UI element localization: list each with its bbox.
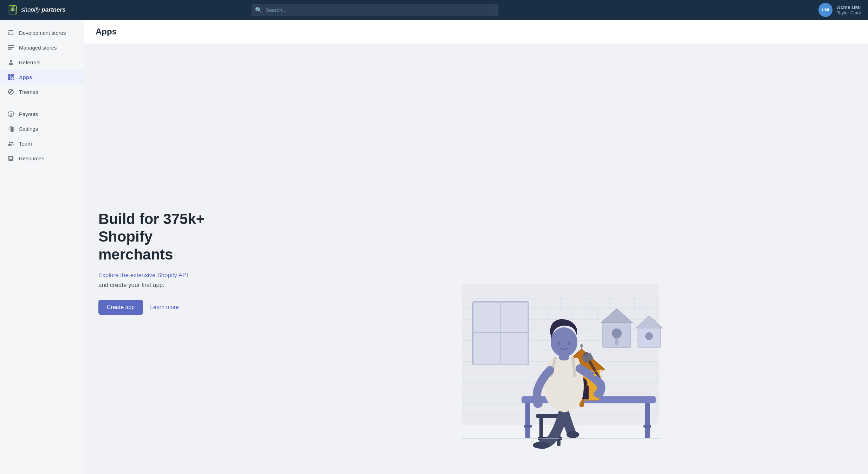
sidebar-item-themes[interactable]: Themes <box>0 84 84 99</box>
svg-rect-9 <box>11 77 12 78</box>
hero-content: Build for 375k+Shopifymerchants Explore … <box>98 58 246 460</box>
svg-rect-6 <box>8 74 11 77</box>
sidebar-item-apps[interactable]: Apps <box>0 70 84 84</box>
learn-more-link[interactable]: Learn more <box>150 304 179 310</box>
search-bar: 🔍 <box>252 4 498 16</box>
svg-rect-4 <box>8 49 12 50</box>
svg-rect-65 <box>645 403 650 438</box>
hero-section: Build for 375k+Shopifymerchants Explore … <box>84 44 868 474</box>
svg-rect-8 <box>8 77 11 80</box>
team-icon <box>7 140 15 147</box>
main-content: Apps Build for 375k+Shopifymerchants Exp… <box>84 20 868 474</box>
svg-point-89 <box>594 390 603 398</box>
hero-sub2: and create your first app. <box>98 282 246 289</box>
svg-text:$: $ <box>10 112 12 116</box>
search-input[interactable] <box>252 4 498 16</box>
user-name: Taylor Clark <box>837 10 861 15</box>
svg-point-97 <box>601 376 602 377</box>
sidebar-item-payouts[interactable]: $ Payouts <box>0 107 84 121</box>
sidebar-item-referrals[interactable]: Referrals <box>0 55 84 70</box>
svg-point-93 <box>557 341 560 345</box>
sidebar-item-managed-stores[interactable]: Managed stores <box>0 40 84 55</box>
svg-point-5 <box>10 60 12 62</box>
page-title: Apps <box>96 27 857 37</box>
themes-icon <box>7 88 15 96</box>
svg-point-95 <box>594 374 596 376</box>
svg-point-16 <box>11 142 13 143</box>
svg-rect-59 <box>615 338 618 345</box>
hero-svg <box>260 277 854 460</box>
svg-rect-12 <box>13 79 14 80</box>
sidebar-divider-1 <box>7 103 77 103</box>
svg-point-15 <box>9 142 11 143</box>
managed-icon <box>7 44 15 51</box>
shopify-api-link[interactable]: Explore the extensive Shopify API <box>98 272 188 278</box>
svg-rect-11 <box>11 79 12 80</box>
svg-point-88 <box>566 431 579 438</box>
settings-icon <box>7 125 15 133</box>
hero-sub: Explore the extensive Shopify API <box>98 272 246 279</box>
sidebar-item-development-stores[interactable]: Development stores <box>0 25 84 40</box>
sidebar-item-team[interactable]: Team <box>0 136 84 151</box>
resources-icon <box>7 154 15 162</box>
user-area[interactable]: UMI Acme UMI Taylor Clark <box>818 3 861 17</box>
store-icon <box>7 29 15 37</box>
svg-point-90 <box>533 401 543 408</box>
svg-rect-68 <box>536 414 561 418</box>
user-info: Acme UMI Taylor Clark <box>837 5 861 15</box>
svg-rect-64 <box>525 403 530 438</box>
hero-illustration <box>260 58 854 460</box>
logo-text: shopify partners <box>21 6 66 13</box>
svg-point-94 <box>568 341 571 345</box>
svg-point-83 <box>580 344 583 347</box>
svg-rect-3 <box>8 47 14 48</box>
svg-point-87 <box>533 442 550 449</box>
create-app-button[interactable]: Create app <box>98 300 143 315</box>
sidebar-item-resources[interactable]: Resources <box>0 151 84 166</box>
app-layout: Development stores Managed stores Referr… <box>0 20 868 474</box>
avatar: UMI <box>818 3 833 17</box>
apps-icon <box>7 73 15 81</box>
svg-point-62 <box>645 332 653 340</box>
svg-point-92 <box>551 327 577 357</box>
search-icon: 🔍 <box>255 7 262 13</box>
svg-text:S: S <box>11 8 14 12</box>
referrals-icon <box>7 58 15 66</box>
svg-rect-10 <box>13 77 14 78</box>
payouts-icon: $ <box>7 110 15 118</box>
svg-rect-2 <box>8 45 14 46</box>
svg-point-58 <box>612 328 622 338</box>
hero-heading: Build for 375k+Shopifymerchants <box>98 210 246 263</box>
logo-area: S shopify partners <box>7 4 91 15</box>
user-org: Acme UMI <box>837 5 861 10</box>
top-nav: S shopify partners 🔍 UMI Acme UMI Taylor… <box>0 0 868 20</box>
sidebar-item-settings[interactable]: Settings <box>0 121 84 136</box>
svg-rect-67 <box>643 425 651 428</box>
sidebar: Development stores Managed stores Referr… <box>0 20 84 474</box>
shopify-logo-icon: S <box>7 4 18 15</box>
svg-point-96 <box>598 371 599 372</box>
svg-rect-7 <box>11 74 14 77</box>
hero-buttons: Create app Learn more <box>98 300 246 315</box>
svg-rect-66 <box>524 425 532 428</box>
page-header: Apps <box>84 20 868 44</box>
